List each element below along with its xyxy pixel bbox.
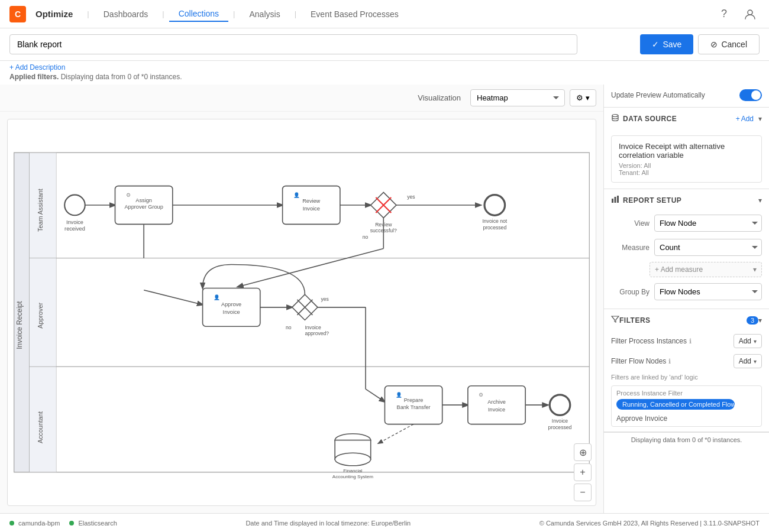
measure-label: Measure bbox=[611, 244, 650, 252]
recenter-button[interactable]: ⊕ bbox=[574, 443, 592, 461]
data-source-chevron: ▾ bbox=[758, 115, 762, 123]
svg-text:⚙: ⚙ bbox=[126, 192, 131, 198]
svg-text:Approver: Approver bbox=[37, 303, 44, 329]
svg-text:Archive: Archive bbox=[487, 399, 506, 405]
visualization-select[interactable]: Heatmap Bar Chart Line Chart Table bbox=[470, 89, 565, 106]
report-title-input[interactable] bbox=[9, 34, 577, 54]
process-instance-filter-title: Process Instance Filter bbox=[616, 390, 757, 397]
svg-text:👤: 👤 bbox=[214, 294, 220, 301]
nav-item-analysis[interactable]: Analysis bbox=[240, 7, 290, 21]
footer-center: Date and Time displayed in local timezon… bbox=[117, 520, 539, 527]
data-source-header[interactable]: DATA SOURCE + Add ▾ bbox=[604, 108, 769, 129]
svg-text:👤: 👤 bbox=[396, 391, 402, 398]
svg-point-0 bbox=[748, 10, 752, 15]
cancel-button[interactable]: ⊘ Cancel bbox=[698, 34, 760, 54]
report-setup-header[interactable]: REPORT SETUP ▾ bbox=[604, 189, 769, 211]
zoom-out-button[interactable]: − bbox=[574, 484, 592, 501]
filter-flow-info-icon: ℹ bbox=[668, 358, 671, 365]
filters-chevron: ▾ bbox=[758, 316, 762, 325]
measure-select[interactable]: Count bbox=[654, 239, 762, 256]
plus-icon: + bbox=[736, 115, 740, 123]
datasource-tenant: Tenant: All bbox=[619, 169, 754, 176]
camunda-status-dot bbox=[9, 521, 14, 525]
filter-flow-add-button[interactable]: Add ▾ bbox=[734, 354, 762, 368]
check-icon: ✓ bbox=[652, 40, 659, 49]
svg-text:Invoice: Invoice bbox=[305, 325, 321, 330]
svg-text:Team Assistant: Team Assistant bbox=[37, 189, 44, 232]
filter-flow-row: Filter Flow Nodes ℹ Add ▾ bbox=[604, 351, 769, 371]
add-measure-row: + Add measure ▾ bbox=[604, 259, 769, 280]
svg-text:Accounting System: Accounting System bbox=[332, 474, 374, 479]
svg-text:Invoice: Invoice bbox=[552, 418, 568, 424]
report-setup-section: REPORT SETUP ▾ View Flow Node Measure Co… bbox=[604, 189, 769, 309]
datasource-version: Version: All bbox=[619, 162, 754, 169]
right-panel: Update Preview Automatically DATA SOURCE… bbox=[603, 85, 769, 513]
group-by-select[interactable]: Flow Nodes bbox=[654, 283, 762, 300]
filters-badge: 3 bbox=[747, 316, 758, 325]
svg-text:processed: processed bbox=[483, 225, 506, 231]
cancel-icon: ⊘ bbox=[710, 40, 718, 49]
applied-filters-label: Applied filters. bbox=[9, 73, 59, 81]
view-select[interactable]: Flow Node bbox=[654, 215, 762, 232]
update-preview-label: Update Preview Automatically bbox=[611, 91, 739, 99]
svg-text:no: no bbox=[286, 325, 292, 330]
filter-tag-box: Process Instance Filter Running, Cancell… bbox=[611, 385, 762, 427]
add-measure-button[interactable]: + Add measure ▾ bbox=[650, 262, 762, 277]
help-button[interactable]: ? bbox=[715, 5, 734, 24]
measure-row: Measure Count bbox=[604, 235, 769, 259]
footer-left: camunda-bpm Elasticsearch bbox=[9, 520, 117, 527]
svg-text:Invoice Receipt: Invoice Receipt bbox=[15, 301, 24, 349]
svg-point-13 bbox=[64, 195, 85, 216]
zoom-in-button[interactable]: + bbox=[574, 463, 592, 481]
svg-rect-79 bbox=[617, 196, 619, 203]
group-by-label: Group By bbox=[611, 288, 650, 296]
nav-item-collections[interactable]: Collections bbox=[169, 7, 228, 22]
active-filter-tag[interactable]: Running, Cancelled or Completed Flow No.… bbox=[616, 399, 735, 410]
sub-header: + Add Description Applied filters. Displ… bbox=[0, 61, 769, 85]
svg-text:Assign: Assign bbox=[135, 197, 152, 203]
bar-chart-icon bbox=[611, 195, 619, 205]
svg-text:Review: Review bbox=[302, 198, 320, 204]
chevron-down-icon: ▾ bbox=[586, 93, 590, 102]
svg-text:Prepare: Prepare bbox=[404, 397, 424, 403]
nav-item-event-based[interactable]: Event Based Processes bbox=[301, 7, 408, 21]
svg-text:received: received bbox=[64, 226, 85, 232]
bpmn-diagram[interactable]: Invoice Receipt Team Assistant Approver … bbox=[7, 119, 596, 506]
svg-text:Invoice: Invoice bbox=[488, 407, 505, 413]
svg-text:👤: 👤 bbox=[293, 192, 300, 199]
svg-point-72 bbox=[335, 453, 371, 466]
visualization-label: Visualization bbox=[418, 93, 461, 102]
filters-section: FILTERS 3 ▾ Filter Process Instances ℹ A… bbox=[604, 309, 769, 432]
map-controls: ⊕ + − bbox=[574, 443, 592, 501]
status-elastic: Elasticsearch bbox=[69, 520, 117, 527]
filter-process-info-icon: ℹ bbox=[689, 338, 692, 345]
group-by-row: Group By Flow Nodes bbox=[604, 280, 769, 304]
app-logo: C bbox=[9, 6, 26, 22]
filters-header[interactable]: FILTERS 3 ▾ bbox=[604, 309, 769, 331]
nav-item-dashboards[interactable]: Dashboards bbox=[94, 7, 158, 21]
app-title: Optimize bbox=[35, 9, 73, 19]
svg-rect-77 bbox=[612, 199, 613, 203]
svg-text:yes: yes bbox=[407, 194, 415, 200]
applied-filters-desc: Displaying data from 0 of *0 instances. bbox=[61, 73, 182, 81]
visualization-settings-button[interactable]: ⚙ ▾ bbox=[570, 89, 596, 106]
svg-rect-78 bbox=[615, 197, 616, 203]
database-icon bbox=[611, 113, 619, 124]
filter-and-note: Filters are linked by 'and' logic bbox=[604, 371, 769, 383]
bottom-status: Displaying data from 0 of *0 instances. bbox=[604, 432, 769, 447]
user-menu-button[interactable] bbox=[741, 5, 760, 24]
approve-invoice-filter: Approve Invoice bbox=[616, 414, 757, 423]
save-button[interactable]: ✓ Save bbox=[640, 34, 693, 54]
add-process-filter-chevron: ▾ bbox=[754, 338, 757, 345]
svg-point-34 bbox=[484, 195, 505, 216]
update-preview-toggle[interactable] bbox=[739, 89, 762, 101]
view-row: View Flow Node bbox=[604, 211, 769, 235]
filter-icon bbox=[611, 315, 619, 325]
view-label: View bbox=[611, 219, 650, 228]
add-description-link[interactable]: + Add Description bbox=[9, 63, 65, 72]
top-navigation: C Optimize | Dashboards | Collections | … bbox=[0, 0, 769, 28]
data-source-add-button[interactable]: + Add bbox=[736, 115, 754, 123]
footer-right: © Camunda Services GmbH 2023, All Rights… bbox=[539, 520, 760, 527]
svg-text:Invoice: Invoice bbox=[223, 309, 240, 315]
filter-process-add-button[interactable]: Add ▾ bbox=[734, 334, 762, 348]
